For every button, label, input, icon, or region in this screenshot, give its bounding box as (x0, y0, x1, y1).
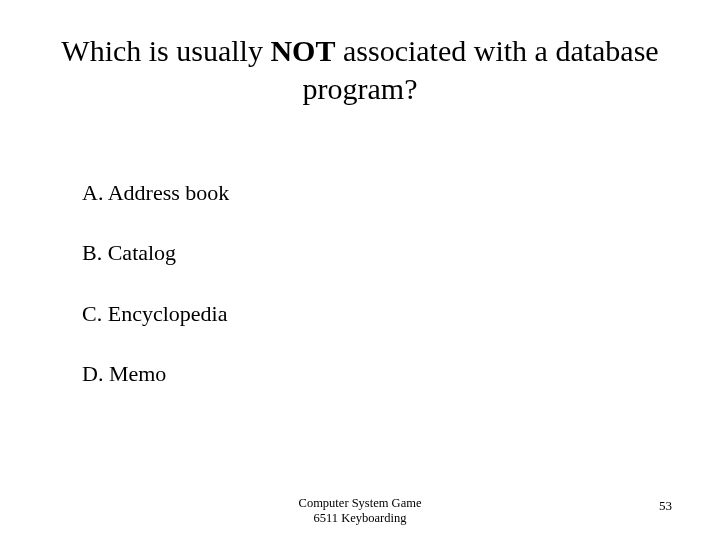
answer-options: A. Address book B. Catalog C. Encycloped… (82, 180, 660, 422)
option-d[interactable]: D. Memo (82, 361, 660, 387)
question-post: associated with a database program? (303, 34, 659, 105)
option-letter: D. (82, 361, 103, 386)
question-emphasis: NOT (270, 34, 335, 67)
footer-center: Computer System Game 6511 Keyboarding (0, 496, 720, 526)
option-letter: B. (82, 240, 102, 265)
option-b[interactable]: B. Catalog (82, 240, 660, 266)
option-a[interactable]: A. Address book (82, 180, 660, 206)
option-text: Catalog (108, 240, 176, 265)
option-text: Encyclopedia (108, 301, 228, 326)
option-text: Address book (108, 180, 230, 205)
question-pre: Which is usually (61, 34, 270, 67)
footer-line-2: 6511 Keyboarding (0, 511, 720, 526)
option-letter: A. (82, 180, 103, 205)
question-title: Which is usually NOT associated with a d… (55, 32, 665, 107)
slide: Which is usually NOT associated with a d… (0, 0, 720, 540)
option-c[interactable]: C. Encyclopedia (82, 301, 660, 327)
option-letter: C. (82, 301, 102, 326)
option-text: Memo (109, 361, 166, 386)
footer-line-1: Computer System Game (0, 496, 720, 511)
page-number: 53 (659, 498, 672, 514)
